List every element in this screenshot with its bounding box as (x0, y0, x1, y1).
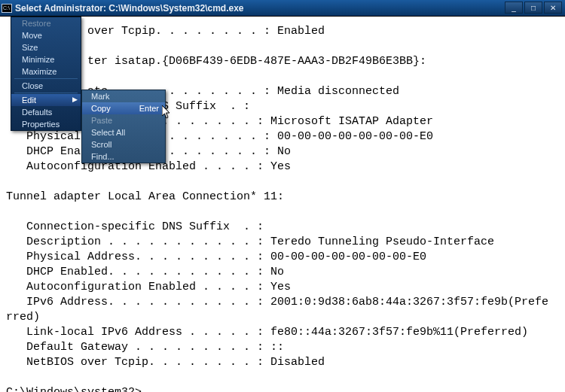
console-line: C:\Windows\system32> (0, 385, 565, 392)
menu-separator (14, 78, 78, 79)
console-line: Physical Address. . . . . . . . . : 00-0… (0, 250, 565, 265)
console-line (0, 205, 565, 220)
menu-minimize[interactable]: Minimize (11, 53, 81, 65)
console-line: NetBIOS over Tcpip. . . . . . . . : Disa… (0, 355, 565, 370)
submenu-copy-label: Copy (91, 104, 111, 113)
window-controls: _ □ ✕ (505, 2, 562, 14)
minimize-button[interactable]: _ (505, 2, 523, 14)
console-line: Default Gateway . . . . . . . . . : :: (0, 340, 565, 355)
menu-edit-label: Edit (22, 96, 36, 105)
console-line: rred) (0, 310, 565, 325)
menu-edit[interactable]: Edit ▶ (11, 94, 81, 106)
console-line (0, 69, 565, 84)
submenu-paste[interactable]: Paste (82, 114, 165, 126)
cmd-icon[interactable]: C:\ (2, 4, 12, 13)
menu-move[interactable]: Move (11, 29, 81, 41)
submenu-copy-shortcut: Enter (139, 104, 159, 113)
close-button[interactable]: ✕ (544, 2, 562, 14)
menu-defaults[interactable]: Defaults (11, 106, 81, 118)
console-line (0, 175, 565, 190)
console-line (0, 370, 565, 385)
menu-separator (14, 93, 78, 93)
console-line: Tunnel adapter Local Area Connection* 11… (0, 190, 565, 205)
submenu-copy[interactable]: Copy Enter (82, 102, 165, 114)
menu-restore[interactable]: Restore (11, 17, 81, 29)
system-menu: Restore Move Size Minimize Maximize Clos… (11, 17, 81, 131)
console-line: IPv6 Address. . . . . . . . . . . : 2001… (0, 295, 565, 310)
menu-maximize[interactable]: Maximize (11, 65, 81, 77)
maximize-button[interactable]: □ (524, 2, 542, 14)
console-line: Connection-specific DNS Suffix . : (0, 220, 565, 235)
console-line: Description . . . . . . . . . . . : Tere… (0, 235, 565, 250)
submenu-find[interactable]: Find... (82, 150, 165, 163)
submenu-mark[interactable]: Mark (82, 90, 165, 102)
console-line: ter isatap.{D06BF439-6EDB-487E-AAA3-DB2F… (0, 54, 565, 69)
title-bar[interactable]: C:\ Select Administrator: C:\Windows\Sys… (0, 0, 565, 17)
menu-close[interactable]: Close (11, 80, 81, 92)
menu-properties[interactable]: Properties (11, 118, 81, 130)
console-output[interactable]: over Tcpip. . . . . . . . : Enabled ter … (0, 17, 565, 392)
console-line: Autoconfiguration Enabled . . . . : Yes (0, 280, 565, 295)
submenu-select-all[interactable]: Select All (82, 126, 165, 138)
window-title: Select Administrator: C:\Windows\System3… (15, 3, 244, 14)
console-line: over Tcpip. . . . . . . . : Enabled (0, 24, 565, 39)
edit-submenu: Mark Copy Enter Paste Select All Scroll … (81, 90, 166, 163)
menu-size[interactable]: Size (11, 41, 81, 53)
console-line: DHCP Enabled. . . . . . . . . . . : No (0, 265, 565, 280)
console-line (0, 39, 565, 54)
submenu-scroll[interactable]: Scroll (82, 138, 165, 150)
submenu-arrow-icon: ▶ (72, 96, 78, 103)
console-line: Link-local IPv6 Address . . . . . : fe80… (0, 325, 565, 340)
